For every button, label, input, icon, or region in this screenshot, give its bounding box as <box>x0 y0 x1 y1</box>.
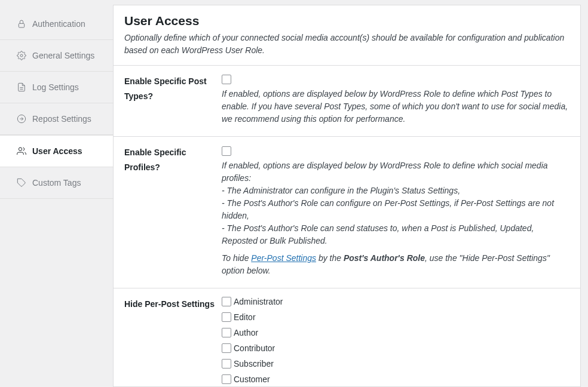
role-item-administrator[interactable]: Administrator <box>222 297 569 306</box>
role-checkbox-subscriber[interactable] <box>222 359 231 368</box>
section-content: If enabled, options are displayed below … <box>222 74 569 125</box>
role-checkbox-contributor[interactable] <box>222 343 231 353</box>
section-enable-post-types: Enable Specific Post Types? If enabled, … <box>114 66 580 137</box>
svg-rect-0 <box>19 23 24 27</box>
page-title: User Access <box>124 14 569 28</box>
page-description: Optionally define which of your connecte… <box>124 32 569 57</box>
sidebar-item-label: Log Settings <box>32 82 79 92</box>
sidebar-item-general-settings[interactable]: General Settings <box>0 40 113 72</box>
role-item-customer[interactable]: Customer <box>222 374 569 384</box>
enable-post-types-checkbox[interactable] <box>222 75 231 84</box>
section-label: Enable Specific Profiles? <box>124 145 222 277</box>
role-label: Subscriber <box>234 359 274 368</box>
sidebar-item-label: General Settings <box>32 51 94 60</box>
section-content: If enabled, options are displayed below … <box>222 145 569 277</box>
help-text: If enabled, options are displayed below … <box>222 159 569 247</box>
sidebar-item-user-access[interactable]: User Access <box>0 135 113 167</box>
role-item-author[interactable]: Author <box>222 328 569 337</box>
section-content: Administrator Editor Author Contributor <box>222 297 569 387</box>
section-label: Hide Per-Post Settings <box>124 297 222 387</box>
roles-list: Administrator Editor Author Contributor <box>222 297 569 387</box>
role-item-subscriber[interactable]: Subscriber <box>222 359 569 368</box>
users-icon <box>17 146 26 156</box>
tag-icon <box>17 178 26 188</box>
gear-icon <box>17 51 26 60</box>
role-checkbox-editor[interactable] <box>222 312 231 322</box>
sidebar-item-authentication[interactable]: Authentication <box>0 8 113 40</box>
role-checkbox-author[interactable] <box>222 328 231 337</box>
section-hide-per-post: Hide Per-Post Settings Administrator Edi… <box>114 288 580 387</box>
role-label: Customer <box>234 374 270 384</box>
sidebar-item-label: Authentication <box>32 19 85 29</box>
role-label: Administrator <box>234 297 283 306</box>
role-item-contributor[interactable]: Contributor <box>222 343 569 353</box>
svg-point-6 <box>19 148 22 150</box>
document-icon <box>17 82 26 92</box>
sidebar-item-label: User Access <box>32 146 82 156</box>
role-label: Editor <box>234 312 256 322</box>
role-checkbox-administrator[interactable] <box>222 297 231 306</box>
role-item-editor[interactable]: Editor <box>222 312 569 322</box>
sidebar-item-label: Custom Tags <box>32 178 81 188</box>
arrow-right-circle-icon <box>17 114 26 124</box>
section-label: Enable Specific Post Types? <box>124 74 222 125</box>
sidebar-item-custom-tags[interactable]: Custom Tags <box>0 167 113 199</box>
page-header: User Access Optionally define which of y… <box>114 5 580 66</box>
help-text: If enabled, options are displayed below … <box>222 88 569 125</box>
section-enable-profiles: Enable Specific Profiles? If enabled, op… <box>114 137 580 288</box>
role-label: Author <box>234 328 258 337</box>
role-checkbox-customer[interactable] <box>222 374 231 384</box>
help-text-hide: To hide Per-Post Settings by the Post's … <box>222 252 569 277</box>
sidebar-item-repost-settings[interactable]: Repost Settings <box>0 103 113 135</box>
sidebar-item-log-settings[interactable]: Log Settings <box>0 72 113 103</box>
main-content: User Access Optionally define which of y… <box>113 5 581 387</box>
svg-point-1 <box>20 54 23 57</box>
per-post-settings-link[interactable]: Per-Post Settings <box>251 253 316 263</box>
settings-sidebar: Authentication General Settings Log Sett… <box>0 0 113 387</box>
sidebar-item-label: Repost Settings <box>32 114 91 124</box>
role-label: Contributor <box>234 343 275 353</box>
enable-profiles-checkbox[interactable] <box>222 146 231 156</box>
lock-icon <box>17 19 26 29</box>
